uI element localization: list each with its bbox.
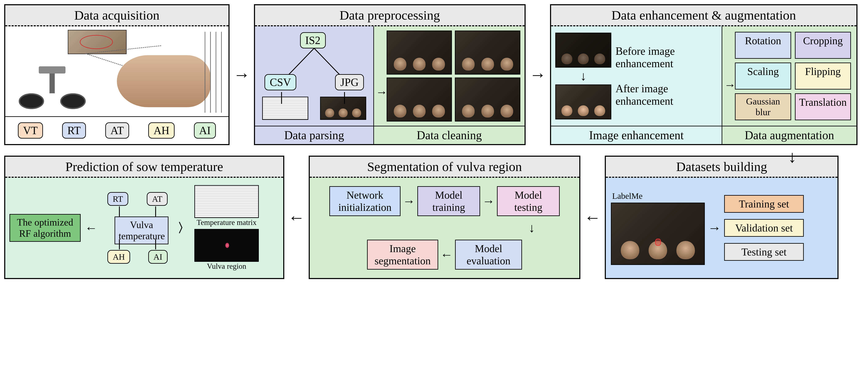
sublabel-augmentation: Data augmentation (722, 126, 857, 144)
sample-thumb (386, 31, 452, 74)
panel-datasets: Datasets building LabelMe → Training set… (605, 156, 839, 279)
tag-ai: AI (194, 122, 216, 139)
step-model-training: Model training (417, 186, 480, 216)
panel-title: Data acquisition (5, 5, 228, 26)
labelme-thumb (611, 203, 705, 265)
brace-icon: → (708, 220, 721, 236)
sublabel-enhancement: Image enhancement (551, 126, 722, 144)
op-scaling: Scaling (735, 63, 791, 90)
label-labelme: LabelMe (611, 191, 705, 201)
arrow-right-icon: → (724, 78, 736, 92)
temperature-matrix-icon (194, 185, 259, 218)
acquisition-illustration (5, 26, 228, 117)
sample-thumb (455, 78, 520, 122)
set-validation: Validation set (724, 219, 804, 237)
step-network-init: Network initialization (329, 186, 401, 216)
data-parsing-pane: IS2 CSV JPG Data parsing (255, 26, 374, 144)
sublabel-parsing: Data parsing (255, 126, 373, 144)
arrow-right-icon: → (376, 85, 388, 99)
op-cropping: Cropping (795, 32, 851, 59)
op-translation: Translation (795, 93, 851, 120)
sublabel-cleaning: Data cleaning (374, 126, 525, 144)
step-model-testing: Model testing (497, 186, 560, 216)
connector-line-icon (119, 239, 120, 249)
panel-enhance-augment: Data enhancement & augmentation ↓ Before… (550, 4, 858, 145)
label-after: After image enhancement (616, 82, 717, 107)
op-rotation: Rotation (735, 32, 791, 59)
arrow-right-icon: → (482, 194, 495, 209)
before-thumb (555, 33, 611, 68)
arrow-left-icon: ← (440, 247, 453, 262)
panel-title: Segmentation of vulva region (310, 157, 579, 178)
arrow-left-icon: ← (288, 208, 305, 227)
row-top: Data acquisition VT RT AT AH AI (4, 4, 864, 145)
set-testing: Testing set (724, 243, 804, 261)
step-image-segmentation: Image segmentation (367, 240, 438, 270)
input-ai: AI (148, 250, 167, 264)
panel-prediction: Prediction of sow temperature The optimi… (4, 156, 284, 279)
rf-algorithm-box: The optimized RF algorithm (9, 214, 81, 242)
row-bottom: Prediction of sow temperature The optimi… (4, 156, 864, 279)
sample-thumb (455, 31, 520, 74)
csv-matrix-icon (262, 97, 309, 120)
arrow-down-icon: ↓ (529, 222, 535, 234)
input-at: AT (147, 192, 167, 206)
image-enhancement-pane: ↓ Before image enhancement After image e… (551, 26, 722, 144)
bracket-icon: 〈 (178, 219, 190, 237)
node-csv: CSV (265, 74, 296, 90)
panel-body: Network initialization → Model training … (310, 178, 579, 278)
tag-at: AT (105, 122, 129, 139)
connector-line-icon (155, 206, 156, 216)
panel-title: Datasets building (606, 157, 837, 178)
vulva-temp-hub: Vulva temperature RT AT AH AI (102, 192, 173, 264)
robot-illustration (19, 69, 86, 109)
data-augmentation-pane: → Rotation Cropping Scaling Flipping Gau… (722, 26, 857, 144)
vulva-temperature-box: Vulva temperature (115, 216, 168, 244)
after-thumb (555, 85, 611, 119)
tag-vt: VT (18, 122, 43, 139)
panel-body: IS2 CSV JPG Data parsing (255, 26, 525, 144)
panel-body: LabelMe → Training set Validation set Te… (606, 178, 837, 278)
connector-line-icon (281, 92, 282, 104)
step-model-evaluation: Model evaluation (455, 240, 522, 270)
arrow-left-icon: ← (85, 221, 97, 235)
arrow-down-icon: ↓ (580, 70, 586, 82)
panel-data-preprocessing: Data preprocessing IS2 CSV JPG Da (254, 4, 526, 145)
sample-thumb (320, 97, 366, 120)
pen-bars-icon (221, 32, 222, 113)
panel-body: VT RT AT AH AI (5, 26, 228, 144)
input-rt: RT (107, 192, 128, 206)
connector-line-icon (155, 239, 156, 249)
acquisition-tags: VT RT AT AH AI (5, 117, 228, 144)
arrow-left-icon: ← (584, 208, 601, 227)
data-cleaning-pane: → Data cleaning (374, 26, 525, 144)
label-before: Before image enhancement (616, 45, 717, 70)
sample-thumb (386, 78, 452, 122)
connector-line-icon (344, 92, 345, 104)
label-mark-icon (655, 239, 661, 246)
op-gaussian-blur: Gaussian blur (735, 93, 791, 120)
svg-line-1 (314, 48, 343, 78)
arrow-right-icon: → (403, 194, 415, 209)
arrow-right-icon: → (529, 65, 546, 84)
panel-data-acquisition: Data acquisition VT RT AT AH AI (4, 4, 229, 145)
node-jpg: JPG (335, 74, 364, 90)
label-temperature-matrix: Temperature matrix (197, 218, 256, 227)
branch-lines-icon (276, 48, 352, 78)
panel-title: Data preprocessing (255, 5, 525, 26)
vulva-region-thumb (194, 229, 259, 262)
arrow-down-icon: ↓ (788, 147, 797, 166)
svg-line-0 (285, 48, 314, 78)
input-ah: AH (107, 250, 130, 264)
op-flipping: Flipping (795, 63, 851, 90)
connector-line-icon (119, 206, 120, 216)
arrow-right-icon: → (233, 65, 250, 84)
node-is2: IS2 (300, 32, 326, 49)
panel-segmentation: Segmentation of vulva region Network ini… (309, 156, 580, 279)
panel-title: Prediction of sow temperature (5, 157, 283, 178)
panel-body: ↓ Before image enhancement After image e… (551, 26, 857, 144)
tag-ah: AH (148, 122, 175, 139)
pig-illustration (117, 55, 211, 107)
panel-title: Data enhancement & augmentation (551, 5, 857, 26)
tag-rt: RT (62, 122, 86, 139)
